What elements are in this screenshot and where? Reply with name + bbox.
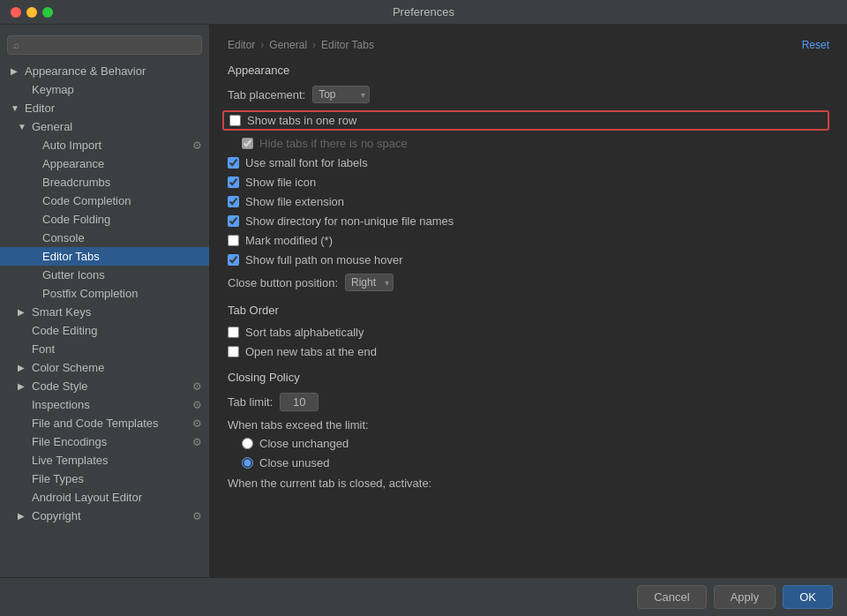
sidebar-item-code-editing[interactable]: Code Editing [0,321,209,340]
sidebar-item-code-folding[interactable]: Code Folding [0,210,209,229]
sidebar-item-copyright[interactable]: ▶Copyright⚙ [0,507,209,525]
breadcrumb-editor: Editor [228,39,255,51]
sidebar-item-label: Code Folding [42,213,110,226]
sidebar-item-label: Color Scheme [32,361,104,374]
breadcrumb-sep1: › [260,39,264,51]
sidebar-item-label: Copyright [32,509,81,522]
arrow-icon: ▶ [18,307,28,317]
sidebar-item-inspections[interactable]: Inspections⚙ [0,395,209,414]
sidebar-item-android-layout-editor[interactable]: Android Layout Editor [0,488,209,507]
sidebar-item-label: File Encodings [32,435,107,448]
window-controls [11,7,53,18]
sidebar-item-label: Editor [25,101,55,115]
footer: Cancel Apply OK [0,577,847,616]
sidebar-item-code-style[interactable]: ▶Code Style⚙ [0,377,209,395]
show-full-path-row: Show full path on mouse hover [228,253,829,267]
show-directory-checkbox[interactable] [228,215,239,227]
sidebar-item-file-code-templates[interactable]: File and Code Templates⚙ [0,414,209,432]
sort-tabs-checkbox[interactable] [228,327,239,338]
close-button[interactable] [11,7,21,18]
show-full-path-checkbox[interactable] [228,254,239,266]
search-input[interactable] [23,39,196,51]
arrow-icon: ▼ [18,122,28,131]
mark-modified-label: Mark modified (*) [245,234,333,247]
tab-limit-group: Tab limit: 10 [228,393,829,411]
breadcrumb-general: General [269,39,307,51]
tab-placement-select[interactable]: Top Bottom Left Right None [312,86,370,103]
search-icon: ⌕ [13,39,19,51]
mark-modified-checkbox[interactable] [228,235,239,246]
breadcrumb-editor-tabs: Editor Tabs [321,39,374,51]
cancel-button[interactable]: Cancel [637,585,706,609]
when-current-closed-label: When the current tab is closed, activate… [228,477,829,490]
show-file-icon-checkbox[interactable] [228,177,239,188]
window-title: Preferences [393,5,454,19]
reset-link[interactable]: Reset [802,39,829,51]
close-unchanged-label: Close unchanged [259,437,349,450]
sidebar-item-keymap[interactable]: Keymap [0,80,209,99]
tab-limit-input[interactable]: 10 [280,393,319,411]
search-bar[interactable]: ⌕ [7,35,202,55]
closing-policy-title: Closing Policy [228,371,829,384]
show-file-ext-checkbox[interactable] [228,196,239,207]
sidebar-item-postfix-completion[interactable]: Postfix Completion [0,284,209,303]
sidebar-item-gutter-icons[interactable]: Gutter Icons [0,266,209,284]
sidebar-item-console[interactable]: Console [0,229,209,247]
sort-tabs-label: Sort tabs alphabetically [245,326,364,339]
sidebar-item-appearance[interactable]: Appearance [0,154,209,173]
sidebar-item-live-templates[interactable]: Live Templates [0,451,209,470]
sidebar-item-appearance-behavior[interactable]: ▶Appearance & Behavior [0,62,209,80]
sidebar-item-editor[interactable]: ▼Editor [0,99,209,117]
sidebar-item-label: Postfix Completion [42,287,138,300]
close-unchanged-row: Close unchanged [242,437,829,450]
use-small-font-label: Use small font for labels [245,156,368,169]
gear-icon: ⚙ [192,380,202,393]
show-directory-row: Show directory for non-unique file names [228,214,829,228]
content-area: Editor › General › Editor Tabs Reset App… [210,25,847,577]
gear-icon: ⚙ [192,417,202,430]
sidebar-item-breadcrumbs[interactable]: Breadcrumbs [0,173,209,192]
sidebar-item-general[interactable]: ▼General [0,117,209,136]
show-tabs-one-row-label: Show tabs in one row [247,114,356,127]
close-button-wrapper[interactable]: Right Left None [345,274,394,291]
close-unchanged-radio[interactable] [242,438,253,449]
close-unused-radio[interactable] [242,457,253,469]
sidebar-item-editor-tabs[interactable]: Editor Tabs [0,247,209,266]
sidebar-item-file-types[interactable]: File Types [0,470,209,488]
show-tabs-one-row-row: Show tabs in one row [222,110,829,131]
sidebar-item-label: Gutter Icons [42,268,105,282]
sidebar-item-label: Editor Tabs [42,250,100,263]
sidebar-item-file-encodings[interactable]: File Encodings⚙ [0,432,209,451]
gear-icon: ⚙ [192,399,202,411]
use-small-font-checkbox[interactable] [228,157,239,169]
minimize-button[interactable] [26,7,37,18]
hide-tabs-checkbox[interactable] [242,138,253,149]
sidebar-item-label: Code Editing [32,324,97,337]
close-button-select[interactable]: Right Left None [345,274,394,291]
sidebar-item-label: File and Code Templates [32,417,159,430]
maximize-button[interactable] [42,7,53,18]
sidebar-item-label: Font [32,342,55,356]
breadcrumb-sep2: › [312,39,316,51]
sidebar-item-smart-keys[interactable]: ▶Smart Keys [0,303,209,321]
sidebar-item-color-scheme[interactable]: ▶Color Scheme [0,358,209,377]
title-bar: Preferences [0,0,847,25]
mark-modified-row: Mark modified (*) [228,234,829,247]
tab-placement-wrapper[interactable]: Top Bottom Left Right None [312,86,370,103]
open-new-end-checkbox[interactable] [228,346,239,357]
appearance-section-title: Appearance [228,64,829,77]
sidebar-item-code-completion[interactable]: Code Completion [0,192,209,210]
show-tabs-one-row-checkbox[interactable] [229,115,241,126]
apply-button[interactable]: Apply [714,585,776,609]
gear-icon: ⚙ [192,139,202,152]
ok-button[interactable]: OK [783,585,833,609]
sidebar-item-label: Appearance & Behavior [25,64,146,78]
open-new-end-label: Open new tabs at the end [245,345,377,358]
use-small-font-row: Use small font for labels [228,156,829,169]
sidebar-item-auto-import[interactable]: Auto Import⚙ [0,136,209,154]
sidebar-item-label: General [32,120,72,133]
sidebar-item-font[interactable]: Font [0,340,209,358]
arrow-icon: ▶ [18,363,28,372]
arrow-icon: ▼ [11,103,21,113]
open-new-end-row: Open new tabs at the end [228,345,829,358]
